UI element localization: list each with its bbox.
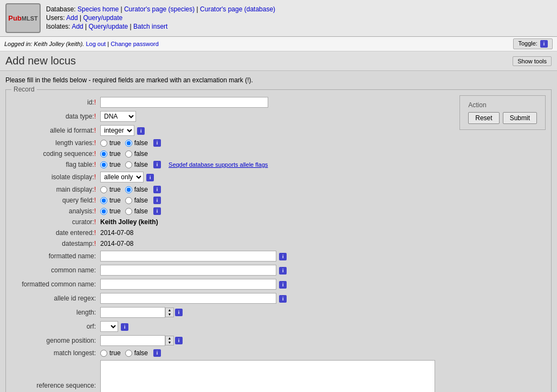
- analysis-false-radio[interactable]: [125, 208, 132, 215]
- length-input[interactable]: [100, 307, 165, 318]
- formatted-common-name-input[interactable]: [100, 279, 276, 290]
- match-longest-false-radio[interactable]: [125, 350, 132, 357]
- main-display-true-radio[interactable]: [100, 186, 107, 193]
- match-longest-label: match longest:: [11, 348, 98, 358]
- flag-table-false-radio[interactable]: [125, 161, 132, 168]
- coding-sequence-radio-group: true false: [100, 150, 543, 158]
- reset-button[interactable]: Reset: [468, 112, 499, 124]
- curator-value: Keith Jolley (keith): [100, 218, 158, 226]
- main-display-info-icon[interactable]: i: [153, 186, 161, 193]
- isolates-add-link[interactable]: Add: [72, 23, 83, 30]
- query-field-radio-group: true false i: [100, 197, 543, 204]
- show-tools-button[interactable]: Show tools: [513, 56, 552, 66]
- users-add-link[interactable]: Add: [66, 14, 77, 22]
- length-info-icon[interactable]: i: [175, 309, 183, 316]
- database-label: Database:: [46, 5, 76, 13]
- analysis-info-icon[interactable]: i: [153, 207, 161, 215]
- length-varies-false-label: false: [134, 139, 148, 147]
- main-display-radio-group: true false i: [100, 186, 543, 193]
- isolates-query-update-link[interactable]: Query/update: [89, 23, 128, 30]
- genome-position-info-icon[interactable]: i: [175, 337, 183, 344]
- match-longest-info-icon[interactable]: i: [153, 349, 161, 357]
- match-longest-false-label: false: [134, 349, 148, 357]
- query-field-info-icon[interactable]: i: [153, 197, 161, 204]
- genome-position-label: genome position:: [11, 334, 98, 348]
- length-varies-radio-group: true false i: [100, 139, 543, 147]
- match-longest-true-label: true: [109, 349, 121, 357]
- species-home-link[interactable]: Species home: [77, 5, 119, 13]
- users-label: Users:: [46, 14, 65, 22]
- analysis-label: analysis:!: [11, 206, 98, 217]
- data-type-label: data type:!: [11, 109, 98, 123]
- analysis-true-radio[interactable]: [100, 208, 107, 215]
- match-longest-radio-group: true false i: [100, 349, 543, 357]
- action-section: Action Reset Submit: [459, 95, 546, 130]
- length-down-arrow[interactable]: ▼: [166, 312, 173, 317]
- length-varies-info-icon[interactable]: i: [153, 139, 161, 147]
- id-input[interactable]: [100, 97, 268, 108]
- orf-info-icon[interactable]: i: [121, 323, 128, 331]
- flag-table-false-label: false: [134, 161, 148, 168]
- seqdef-link[interactable]: Seqdef database supports allele flags: [169, 161, 268, 168]
- length-varies-true-label: true: [109, 139, 121, 147]
- header: PubMLST Database: Species home | Curator…: [0, 0, 557, 37]
- genome-position-input[interactable]: [100, 335, 165, 346]
- flag-table-row: flag table:! true false i Seqdef databas…: [11, 159, 546, 170]
- length-up-arrow[interactable]: ▲: [166, 308, 173, 312]
- datestamp-row: datestamp:! 2014-07-08: [11, 238, 546, 249]
- orf-select[interactable]: 1 2 3: [100, 321, 118, 332]
- formatted-common-name-info-icon[interactable]: i: [279, 281, 287, 289]
- length-varies-false-radio[interactable]: [125, 140, 132, 147]
- page-title-bar: Add new locus Show tools: [0, 51, 557, 71]
- query-field-true-radio[interactable]: [100, 197, 107, 204]
- formatted-name-row: formatted name: i: [11, 249, 546, 263]
- reference-sequence-textarea[interactable]: [100, 360, 435, 392]
- reference-sequence-row: reference sequence: i: [11, 358, 546, 392]
- toggle-button[interactable]: Toggle: i: [513, 38, 553, 49]
- isolate-display-info-icon[interactable]: i: [146, 174, 154, 181]
- formatted-name-label: formatted name:: [11, 249, 98, 263]
- length-varies-true-radio[interactable]: [100, 140, 107, 147]
- main-display-false-radio[interactable]: [125, 186, 132, 193]
- users-query-update-link[interactable]: Query/update: [83, 14, 123, 22]
- coding-sequence-false-radio[interactable]: [125, 151, 132, 158]
- common-name-input[interactable]: [100, 265, 276, 276]
- main-container: Record Action Reset Submit id:!: [5, 89, 552, 392]
- genome-position-spinner-btn[interactable]: ▲ ▼: [165, 336, 174, 345]
- log-out-link[interactable]: Log out: [86, 41, 106, 47]
- allele-id-regex-input[interactable]: [100, 293, 276, 304]
- allele-id-regex-info-icon[interactable]: i: [279, 295, 287, 303]
- allele-id-format-info-icon[interactable]: i: [137, 127, 145, 135]
- allele-id-format-select[interactable]: integer text: [100, 125, 134, 136]
- toggle-info-icon[interactable]: i: [540, 40, 548, 48]
- main-display-row: main display:! true false i: [11, 184, 546, 195]
- length-spinner-btn[interactable]: ▲ ▼: [165, 308, 174, 317]
- data-type-select[interactable]: DNA peptide: [100, 111, 136, 122]
- length-spinner: ▲ ▼ i: [100, 307, 543, 318]
- genome-position-up-arrow[interactable]: ▲: [166, 336, 173, 341]
- common-name-label: common name:: [11, 263, 98, 277]
- query-field-false-radio[interactable]: [125, 197, 132, 204]
- logo: PubMLST: [5, 3, 41, 33]
- formatted-name-info-icon[interactable]: i: [279, 253, 287, 260]
- curator-label: curator:!: [11, 217, 98, 227]
- submit-button[interactable]: Submit: [503, 112, 537, 124]
- isolates-label: Isolates:: [46, 23, 70, 30]
- match-longest-true-radio[interactable]: [100, 350, 107, 357]
- flag-table-info-icon[interactable]: i: [153, 161, 161, 168]
- users-row: Users: Add | Query/update: [46, 14, 275, 22]
- curators-page-database-link[interactable]: Curator's page (database): [200, 5, 275, 13]
- formatted-name-input[interactable]: [100, 251, 276, 262]
- curators-page-species-link[interactable]: Curator's page (species): [124, 5, 195, 13]
- genome-position-down-arrow[interactable]: ▼: [166, 341, 173, 345]
- isolate-display-select[interactable]: allele only sequence hide: [100, 172, 144, 182]
- coding-sequence-true-radio[interactable]: [100, 151, 107, 158]
- coding-sequence-label: coding sequence:!: [11, 148, 98, 159]
- common-name-info-icon[interactable]: i: [279, 267, 287, 275]
- isolates-batch-insert-link[interactable]: Batch insert: [133, 23, 167, 30]
- allele-id-regex-label: allele id regex:: [11, 291, 98, 305]
- flag-table-true-radio[interactable]: [100, 161, 107, 168]
- flag-table-radio-group: true false i Seqdef database supports al…: [100, 161, 543, 168]
- change-password-link[interactable]: Change password: [111, 41, 159, 47]
- query-field-label: query field:!: [11, 195, 98, 206]
